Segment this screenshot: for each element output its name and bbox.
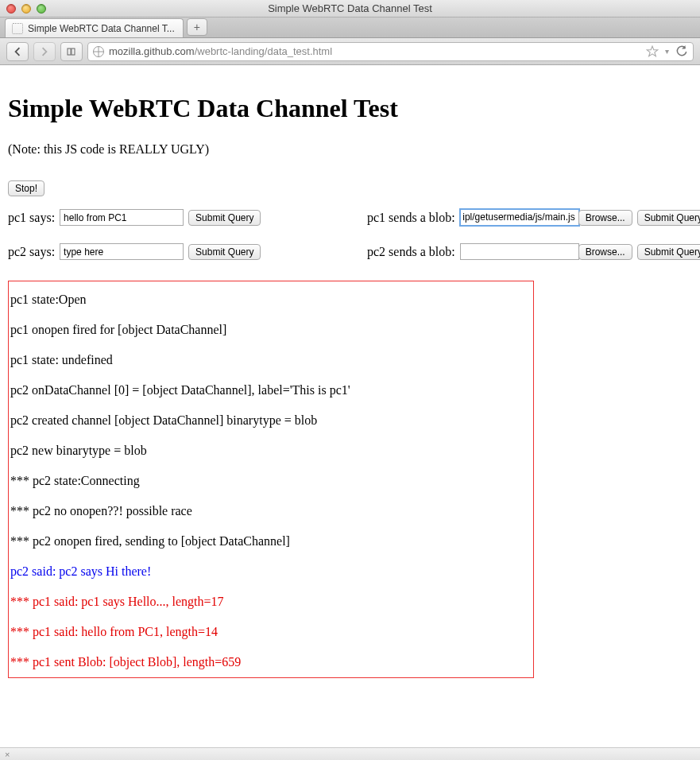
url-bar[interactable]: mozilla.github.com/webrtc-landing/data_t… bbox=[87, 42, 694, 61]
pc1-blob-label: pc1 sends a blob: bbox=[367, 211, 455, 225]
log-line: *** pc2 no onopen??! possible race bbox=[10, 504, 532, 518]
dropdown-icon[interactable]: ▾ bbox=[665, 47, 669, 56]
bookmark-group-icon bbox=[67, 47, 76, 56]
tab-title: Simple WebRTC Data Channel T... bbox=[28, 23, 175, 34]
log-line: *** pc2 state:Connecting bbox=[10, 474, 532, 488]
traffic-lights bbox=[0, 4, 46, 14]
page-content: Simple WebRTC Data Channel Test (Note: t… bbox=[0, 65, 700, 686]
back-icon bbox=[13, 47, 22, 56]
pc1-file-display[interactable]: ipl/getusermedia/js/main.js bbox=[460, 209, 579, 226]
zoom-window-button[interactable] bbox=[37, 4, 46, 14]
forward-icon bbox=[40, 47, 49, 56]
svg-rect-0 bbox=[68, 48, 71, 55]
pc2-blob-submit[interactable]: Submit Query bbox=[637, 244, 700, 260]
new-tab-button[interactable]: + bbox=[187, 18, 207, 36]
browser-tab[interactable]: Simple WebRTC Data Channel T... bbox=[5, 18, 184, 37]
log-line: *** pc1 sent Blob: [object Blob], length… bbox=[10, 655, 532, 669]
log-line: pc2 created channel [object DataChannel]… bbox=[10, 413, 532, 428]
bookmark-star-icon[interactable] bbox=[646, 45, 659, 58]
url-bar-right: ▾ bbox=[646, 45, 688, 58]
pc2-blob-label: pc2 sends a blob: bbox=[367, 245, 455, 259]
form-grid: pc1 says: Submit Query pc1 sends a blob:… bbox=[8, 209, 692, 260]
pc2-says-cell: pc2 says: Submit Query bbox=[8, 243, 358, 260]
pc2-file-display[interactable] bbox=[460, 243, 579, 260]
globe-icon bbox=[93, 46, 104, 57]
home-button[interactable] bbox=[60, 42, 83, 61]
log-output[interactable]: pc1 state:Openpc1 onopen fired for [obje… bbox=[8, 281, 534, 678]
pc1-browse-button[interactable]: Browse... bbox=[578, 210, 632, 226]
svg-rect-1 bbox=[72, 48, 75, 55]
forward-button[interactable] bbox=[33, 42, 56, 61]
pc1-blob-submit[interactable]: Submit Query bbox=[637, 210, 700, 226]
nav-toolbar: mozilla.github.com/webrtc-landing/data_t… bbox=[0, 38, 700, 65]
pc2-blob-cell: pc2 sends a blob: Browse... Submit Query bbox=[367, 243, 700, 260]
minimize-window-button[interactable] bbox=[21, 4, 31, 14]
url-host: mozilla.github.com bbox=[109, 45, 195, 57]
log-line: pc2 new binarytype = blob bbox=[10, 444, 532, 458]
log-line: *** pc2 onopen fired, sending to [object… bbox=[10, 534, 532, 549]
url-path: /webrtc-landing/data_test.html bbox=[195, 45, 332, 57]
log-line: *** pc1 said: pc1 says Hello..., length=… bbox=[10, 595, 532, 609]
pc2-says-submit[interactable]: Submit Query bbox=[188, 244, 261, 260]
pc2-says-label: pc2 says: bbox=[8, 245, 55, 259]
log-line: pc1 state:Open bbox=[10, 293, 532, 307]
window-title: Simple WebRTC Data Channel Test bbox=[0, 2, 700, 14]
favicon-icon bbox=[12, 23, 23, 34]
page-note: (Note: this JS code is REALLY UGLY) bbox=[8, 142, 692, 157]
back-button[interactable] bbox=[6, 42, 29, 61]
pc1-says-cell: pc1 says: Submit Query bbox=[8, 209, 358, 226]
log-line: pc2 said: pc2 says Hi there! bbox=[10, 564, 532, 579]
stop-button[interactable]: Stop! bbox=[8, 180, 44, 196]
pc2-browse-button[interactable]: Browse... bbox=[578, 244, 632, 260]
reload-icon bbox=[675, 45, 688, 58]
tab-strip: Simple WebRTC Data Channel T... + bbox=[0, 17, 700, 38]
reload-button[interactable] bbox=[675, 45, 688, 58]
log-line: *** pc1 said: hello from PC1, length=14 bbox=[10, 625, 532, 639]
log-line: pc1 state: undefined bbox=[10, 353, 532, 367]
page-heading: Simple WebRTC Data Channel Test bbox=[8, 94, 692, 123]
pc2-says-input[interactable] bbox=[60, 243, 184, 260]
close-window-button[interactable] bbox=[6, 4, 16, 14]
pc1-says-label: pc1 says: bbox=[8, 211, 55, 225]
pc1-says-input[interactable] bbox=[60, 209, 184, 226]
log-line: pc2 onDataChannel [0] = [object DataChan… bbox=[10, 383, 532, 397]
log-line: pc1 onopen fired for [object DataChannel… bbox=[10, 323, 532, 337]
window-titlebar: Simple WebRTC Data Channel Test bbox=[0, 0, 700, 17]
pc1-says-submit[interactable]: Submit Query bbox=[188, 210, 261, 226]
pc1-blob-cell: pc1 sends a blob: ipl/getusermedia/js/ma… bbox=[367, 209, 700, 226]
